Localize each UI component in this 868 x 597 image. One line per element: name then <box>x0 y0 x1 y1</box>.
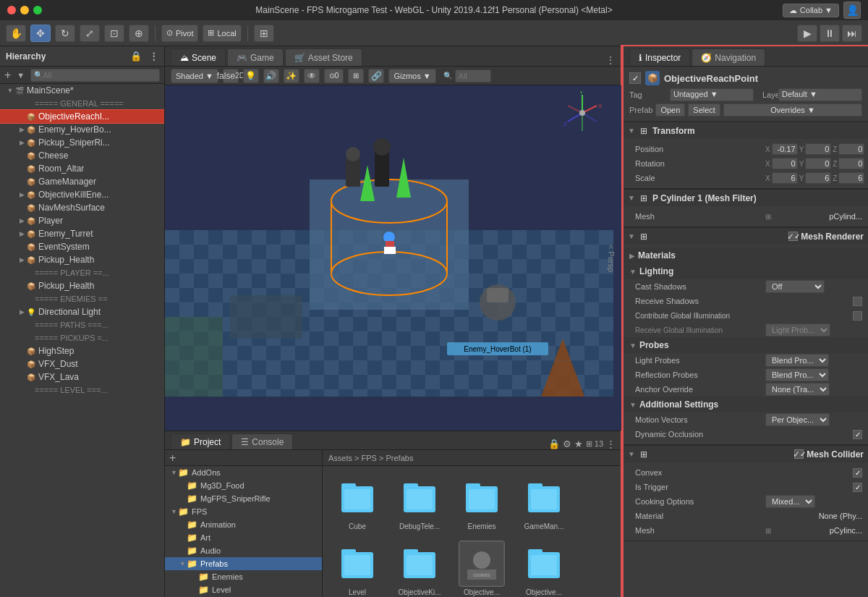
tab-game[interactable]: 🎮 Game <box>227 48 284 66</box>
is-trigger-checkbox[interactable]: ✓ <box>853 483 862 492</box>
meshcollider-header[interactable]: ▼ ⊞ ✓ Mesh Collider <box>624 445 868 462</box>
scale-y-input[interactable] <box>805 172 831 184</box>
2d-toggle[interactable]: false 2D <box>223 69 239 83</box>
tree-item-highstep[interactable]: 📦 HighStep <box>0 344 164 357</box>
rotation-z-input[interactable] <box>838 158 864 169</box>
tree-item-directional-light[interactable]: ▶ 💡 Directional Light <box>0 305 164 318</box>
additional-settings-subsection-header[interactable]: ▼ Additional Settings <box>624 397 868 412</box>
scale-z-input[interactable] <box>838 172 864 184</box>
object-active-toggle[interactable]: ✓ <box>629 72 641 84</box>
transform-header[interactable]: ▼ ⊞ Transform <box>624 122 868 139</box>
asset-item-objective2[interactable]: Objective... <box>515 538 573 597</box>
scene-view[interactable]: Enemy_HoverBot (1) <box>165 85 621 431</box>
asset-item-cube[interactable]: Cube <box>328 472 386 533</box>
lighting-btn[interactable]: 💡 <box>243 69 259 83</box>
local-dropdown[interactable]: ⊞ Local <box>203 25 241 42</box>
light-probes-dropdown[interactable]: Blend Pro... <box>765 354 829 367</box>
star-icon[interactable]: ★ <box>574 439 583 449</box>
dynamic-occlusion-checkbox[interactable]: ✓ <box>853 430 862 439</box>
contribute-gi-checkbox[interactable] <box>853 311 862 321</box>
transform-tool[interactable]: ⊕ <box>129 25 149 42</box>
tree-item-vfx-lava[interactable]: 📦 VFX_Lava <box>0 371 164 384</box>
asset-item-debugtele[interactable]: DebugTele... <box>391 472 448 533</box>
layer-dropdown[interactable]: Default ▼ <box>778 88 862 101</box>
position-x-input[interactable] <box>772 143 798 155</box>
hierarchy-search[interactable]: 🔍 <box>30 69 160 82</box>
hierarchy-menu-icon[interactable]: ⋮ <box>149 51 158 62</box>
close-button[interactable] <box>7 6 16 14</box>
receive-gi-dropdown[interactable]: Light Prob... <box>765 323 830 336</box>
materials-subsection-header[interactable]: ▶ Materials <box>624 247 868 263</box>
tree-item-mainscene[interactable]: ▼ 🎬 MainScene* <box>0 84 164 97</box>
receive-shadows-checkbox[interactable] <box>853 297 862 306</box>
asset-item-enemies[interactable]: Enemies <box>453 472 511 533</box>
rect-tool[interactable]: ⊡ <box>104 25 124 42</box>
lock-icon[interactable]: 🔒 <box>130 51 142 62</box>
collab-button[interactable]: ☁ Collab ▼ <box>783 4 839 17</box>
folder-item-addons[interactable]: ▼ 📁 AddOns <box>165 466 322 479</box>
asset-item-level[interactable]: Level <box>328 538 386 597</box>
pivot-dropdown[interactable]: ⊙ Pivot <box>161 25 198 42</box>
settings-icon[interactable]: ⚙ <box>563 439 571 449</box>
rotate-tool[interactable]: ↻ <box>55 25 75 42</box>
pause-button[interactable]: ⏸ <box>820 25 840 42</box>
fx-btn[interactable]: ✨ <box>284 69 299 83</box>
scale-x-input[interactable] <box>772 172 798 184</box>
step-button[interactable]: ⏭ <box>842 25 862 42</box>
folder-item-level[interactable]: 📁 Level <box>165 583 322 596</box>
grid-dropdown[interactable]: ⊞ <box>348 69 364 83</box>
prefab-open-button[interactable]: Open <box>655 103 685 117</box>
prefab-overrides-button[interactable]: Overrides ▼ <box>723 103 862 117</box>
folder-item-mgfps[interactable]: 📁 MgFPS_SniperRifle <box>165 492 322 505</box>
tree-item-pickup-sniper[interactable]: ▶ 📦 Pickup_SniperRi... <box>0 136 164 149</box>
folder-item-enemies[interactable]: 📁 Enemies <box>165 570 322 583</box>
tree-item-pickup-health-2[interactable]: 📦 Pickup_Health <box>0 279 164 292</box>
meshrenderer-toggle[interactable]: ✓ <box>788 232 798 241</box>
tree-item-eventsystem[interactable]: 📦 EventSystem <box>0 240 164 253</box>
add-folder-button[interactable]: + <box>169 452 176 465</box>
folder-item-fps[interactable]: ▼ 📁 FPS <box>165 505 322 518</box>
shading-dropdown[interactable]: Shaded ▼ <box>171 69 218 83</box>
tab-inspector[interactable]: ℹ Inspector <box>629 48 690 66</box>
tree-item-vfx-dust[interactable]: 📦 VFX_Dust <box>0 357 164 371</box>
tree-item-navmeshsurface[interactable]: 📦 NavMeshSurface <box>0 201 164 214</box>
asset-item-gameman[interactable]: GameMan... <box>515 472 573 533</box>
audio-btn[interactable]: 🔊 <box>263 69 279 83</box>
tree-item-player[interactable]: ▶ 📦 Player <box>0 214 164 227</box>
folder-item-art[interactable]: 📁 Art <box>165 531 322 544</box>
hand-tool[interactable]: ✋ <box>6 25 26 42</box>
probes-subsection-header[interactable]: ▼ Probes <box>624 337 868 353</box>
tab-console[interactable]: ☰ Console <box>231 433 293 449</box>
hierarchy-search-input[interactable] <box>43 71 156 80</box>
asset-item-screenshot[interactable]: cookies Objective... <box>453 538 511 597</box>
tab-project[interactable]: 📁 Project <box>171 433 230 449</box>
viewport-menu[interactable]: ⋮ <box>605 54 616 66</box>
meshfilter-header[interactable]: ▼ ⊞ P Cylinder 1 (Mesh Filter) <box>624 189 868 206</box>
cast-shadows-dropdown[interactable]: Off On Two Sided <box>765 280 825 293</box>
meshcollider-toggle[interactable]: ✓ <box>794 449 804 459</box>
scene-count-dropdown[interactable]: ⊙0 <box>324 69 344 83</box>
motion-vectors-dropdown[interactable]: Per Objec... <box>765 413 830 426</box>
folder-item-animation[interactable]: 📁 Animation <box>165 518 322 531</box>
folder-item-prefabs[interactable]: ▼ 📁 Prefabs <box>165 557 322 570</box>
gizmos-dropdown[interactable]: Gizmos ▼ <box>388 69 435 83</box>
tree-item-gamemanager[interactable]: 📦 GameManager <box>0 175 164 188</box>
rotation-x-input[interactable] <box>772 158 798 169</box>
tag-dropdown[interactable]: Untagged ▼ <box>670 88 754 101</box>
snap-btn[interactable]: 🔗 <box>368 69 384 83</box>
viewport-search[interactable] <box>455 69 491 82</box>
folder-item-mg3dfood[interactable]: 📁 Mg3D_Food <box>165 479 322 492</box>
convex-checkbox[interactable]: ✓ <box>853 468 862 478</box>
play-button[interactable]: ▶ <box>797 25 817 42</box>
lock-icon[interactable]: 🔒 <box>548 439 560 449</box>
tree-item-enemy-turret[interactable]: ▶ 📦 Enemy_Turret <box>0 227 164 240</box>
minimize-button[interactable] <box>20 6 29 14</box>
tree-item-objectivekillene[interactable]: ▶ 📦 ObjectiveKillEne... <box>0 188 164 201</box>
cooking-options-dropdown[interactable]: Mixed... <box>765 495 815 508</box>
maximize-button[interactable] <box>33 6 42 14</box>
scene-visibility-btn[interactable]: 👁 <box>304 69 320 83</box>
anchor-override-dropdown[interactable]: None (Tra... <box>765 383 830 396</box>
asset-item-objectiveki[interactable]: ObjectiveKi... <box>391 538 448 597</box>
grid-tool[interactable]: ⊞ <box>254 25 274 42</box>
tree-item-pickup-health-1[interactable]: ▶ 📦 Pickup_Health <box>0 253 164 266</box>
